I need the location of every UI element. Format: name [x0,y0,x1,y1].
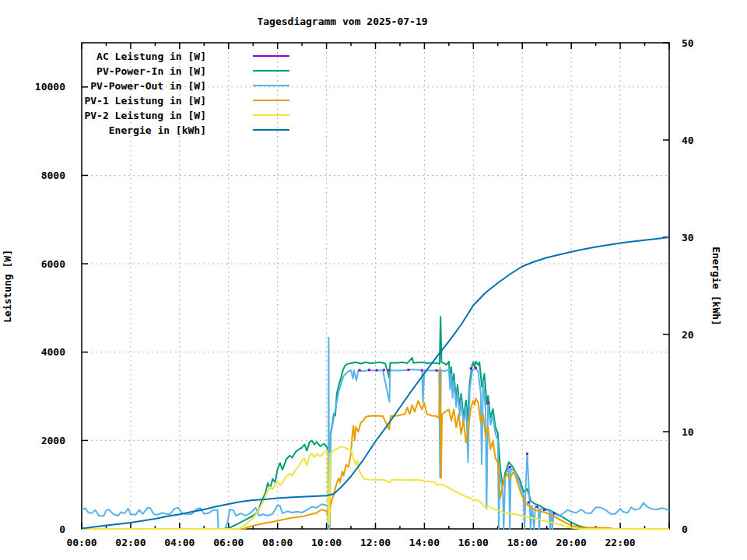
y-right-tick-label: 50 [682,37,694,49]
series-pv1 [82,368,669,529]
x-tick-label: 06:00 [213,537,244,548]
y-right-tick-label: 20 [682,329,694,341]
series-ac-mark [383,369,385,371]
legend-label-energie: Energie in [kWh] [109,124,206,136]
series-ac-mark [470,367,472,369]
left-axis-label: Leistung [W] [2,250,13,323]
series-ac-mark [528,501,530,503]
series-pv_in [82,317,669,529]
y-left-tick-label: 2000 [41,435,65,446]
y-left-tick-label: 4000 [41,346,65,358]
y-left-tick-label: 10000 [35,81,65,93]
legend-label-ac: AC Leistung in [W] [96,51,206,62]
y-right-tick-label: 10 [682,426,694,438]
legend-label-pv2: PV-2 Leistung in [W] [84,110,206,121]
series-ac-mark [376,369,378,372]
x-tick-label: 20:00 [556,537,587,548]
legend-item-pv_in: PV-Power-In in [W] [96,65,289,77]
series-ac-mark [509,466,511,468]
series-ac-mark [408,369,410,371]
x-tick-label: 02:00 [115,537,146,548]
y-left-tick-label: 8000 [41,170,65,181]
y-right-tick-label: 0 [682,523,688,535]
x-tick-label: 14:00 [409,537,440,548]
series-ac-mark [536,506,538,508]
series-ac-mark [368,369,370,371]
y-left-tick-label: 6000 [41,258,65,270]
legend-item-ac: AC Leistung in [W] [96,51,289,62]
series-ac-mark [388,369,390,372]
y-right-tick-label: 30 [682,232,694,243]
series-ac-mark [421,369,423,372]
x-tick-label: 12:00 [360,537,391,548]
x-tick-label: 04:00 [164,537,195,548]
x-tick-label: 08:00 [262,537,293,548]
legend-item-energie: Energie in [kWh] [109,124,289,136]
legend-label-pv1: PV-1 Leistung in [W] [84,95,206,107]
daily-pv-chart: 00:0002:0004:0006:0008:0010:0012:0014:00… [0,0,747,560]
legend-item-pv_out: PV-Power-Out in [W] [90,80,289,92]
y-left-tick-label: 0 [59,523,65,535]
legend-label-pv_in: PV-Power-In in [W] [96,65,206,77]
series-ac-mark [543,509,545,511]
legend: AC Leistung in [W]PV-Power-In in [W]PV-P… [84,51,289,136]
y-right-tick-label: 40 [682,135,694,146]
x-tick-label: 10:00 [311,537,342,548]
series-ac-mark [526,453,528,455]
series-ac-mark [475,367,477,369]
series-ac-mark [553,513,556,515]
legend-label-pv_out: PV-Power-Out in [W] [90,80,206,92]
x-tick-label: 22:00 [605,537,636,548]
chart-title: Tagesdiagramm vom 2025-07-19 [257,16,427,27]
series-ac-mark [487,402,489,404]
right-axis-label: Energie [kWh] [710,247,722,326]
x-tick-label: 16:00 [458,537,489,548]
legend-item-pv1: PV-1 Leistung in [W] [84,95,289,107]
x-tick-label: 18:00 [507,537,538,548]
series-ac-mark [436,369,438,372]
legend-item-pv2: PV-2 Leistung in [W] [84,110,289,121]
series-ac-mark [359,369,361,372]
x-tick-label: 00:00 [66,537,96,548]
chart-canvas: 00:0002:0004:0006:0008:0010:0012:0014:00… [0,0,747,560]
